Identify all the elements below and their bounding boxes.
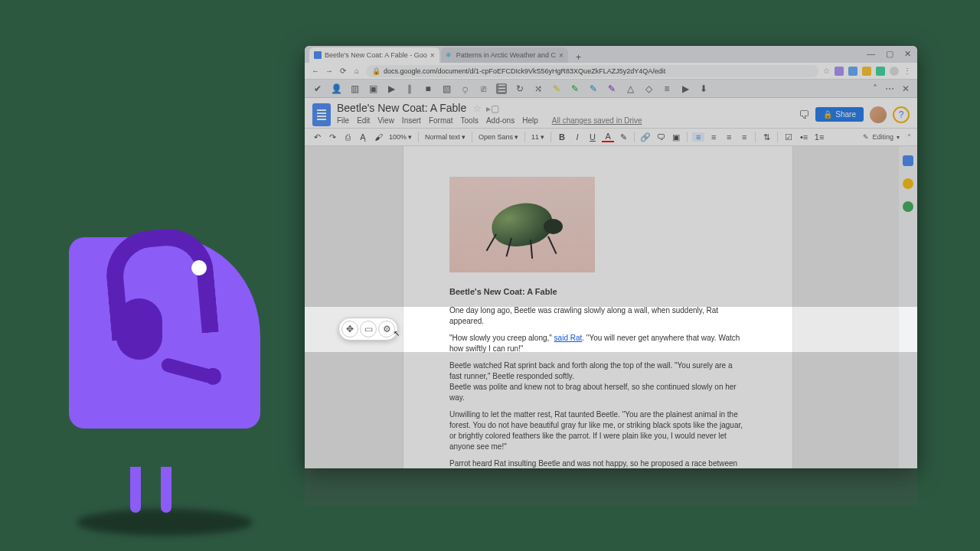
extension-profile-icon[interactable] xyxy=(890,67,899,76)
align-center-button[interactable]: ≡ xyxy=(707,132,720,142)
spellcheck-button[interactable]: Ą xyxy=(357,132,369,142)
screen-mask-button[interactable]: ▭ xyxy=(360,321,377,337)
paragraph[interactable]: "How slowly you creep along," said Rat. … xyxy=(449,333,746,354)
ext-shuffle-icon[interactable]: ⤭ xyxy=(533,83,544,94)
window-maximize[interactable]: ▢ xyxy=(886,49,893,59)
home-button[interactable]: ⌂ xyxy=(352,67,361,75)
chrome-menu-icon[interactable]: ⋮ xyxy=(903,67,911,75)
back-button[interactable]: ← xyxy=(311,67,320,75)
ext-screen-icon[interactable]: ⎚ xyxy=(478,83,488,94)
zoom-dropdown[interactable]: 100% ▾ xyxy=(387,133,413,141)
extension-icon[interactable] xyxy=(848,67,858,76)
ext-download-icon[interactable]: ⬇ xyxy=(698,83,709,94)
ext-highlighter-yellow-icon[interactable]: ✎ xyxy=(551,83,562,94)
menu-tools[interactable]: Tools xyxy=(461,116,479,125)
close-tab-icon[interactable]: × xyxy=(559,51,564,60)
align-left-button[interactable]: ≡ xyxy=(692,132,704,142)
comments-icon[interactable]: 🗨 xyxy=(799,109,809,121)
window-close[interactable]: ✕ xyxy=(904,49,911,59)
menu-file[interactable]: File xyxy=(337,116,349,125)
ext-clear-icon[interactable]: ◇ xyxy=(643,83,654,94)
extension-icon[interactable] xyxy=(876,67,885,76)
calendar-icon[interactable] xyxy=(903,155,913,166)
document-canvas[interactable]: Beetle's New Coat: A Fable One day long … xyxy=(305,146,917,468)
menu-view[interactable]: View xyxy=(377,116,394,125)
folder-icon[interactable]: ▸▢ xyxy=(486,103,499,114)
forward-button[interactable]: → xyxy=(325,67,334,75)
paragraph[interactable]: Beetle was polite and knew not to brag a… xyxy=(449,382,746,403)
ext-list-icon[interactable]: ≡ xyxy=(662,83,672,94)
settings-button[interactable]: ⚙ xyxy=(378,321,395,337)
ext-selected-icon[interactable]: ☰ xyxy=(496,83,507,94)
star-icon[interactable]: ☆ xyxy=(823,67,830,75)
editing-mode-dropdown[interactable]: ✎ Editing ▾ xyxy=(863,133,900,141)
browser-tab-active[interactable]: Beetle's New Coat: A Fable - Goo × xyxy=(309,47,439,63)
story-heading[interactable]: Beetle's New Coat: A Fable xyxy=(449,286,746,298)
user-avatar[interactable] xyxy=(870,106,887,123)
paragraph[interactable]: Beetle watched Rat sprint back and forth… xyxy=(449,360,746,382)
ext-pause-icon[interactable]: ∥ xyxy=(404,83,415,94)
ext-video-icon[interactable]: ▶ xyxy=(680,83,691,94)
print-button[interactable]: ⎙ xyxy=(341,132,354,142)
document-page[interactable]: Beetle's New Coat: A Fable One day long … xyxy=(403,146,793,468)
underline-button[interactable]: U xyxy=(586,132,599,142)
ext-close-icon[interactable]: ✕ xyxy=(902,83,910,94)
paragraph[interactable]: Parrot heard Rat insulting Beetle and wa… xyxy=(449,458,746,468)
text-color-button[interactable]: A xyxy=(602,132,614,142)
extension-icon[interactable] xyxy=(835,67,844,76)
menu-format[interactable]: Format xyxy=(429,116,453,125)
align-right-button[interactable]: ≡ xyxy=(723,132,735,142)
browser-tab-inactive[interactable]: ❄ Patterns in Arctic Weather and C × xyxy=(441,47,568,63)
extension-icon[interactable] xyxy=(862,67,871,76)
insert-image-button[interactable]: ▣ xyxy=(670,132,682,142)
tasks-icon[interactable] xyxy=(903,201,913,212)
document-title[interactable]: Beetle's New Coat: A Fable xyxy=(337,102,466,114)
ext-refresh-icon[interactable]: ↻ xyxy=(514,83,525,94)
ext-erase-icon[interactable]: △ xyxy=(625,83,635,94)
paragraph[interactable]: One day long ago, Beetle was crawling sl… xyxy=(449,305,746,327)
paragraph-style-dropdown[interactable]: Normal text ▾ xyxy=(423,133,467,141)
paint-format-button[interactable]: 🖌 xyxy=(372,132,384,142)
saved-status[interactable]: All changes saved in Drive xyxy=(552,116,642,125)
window-minimize[interactable]: — xyxy=(867,49,875,59)
ext-headphones-icon[interactable]: ⍜ xyxy=(459,83,470,94)
collapse-toolbar-icon[interactable]: ˄ xyxy=(907,133,911,142)
star-icon[interactable]: ☆ xyxy=(473,103,482,114)
ext-screenshot-icon[interactable]: ▧ xyxy=(441,83,452,94)
reload-button[interactable]: ⟳ xyxy=(338,67,348,75)
bulleted-list-button[interactable]: •≡ xyxy=(798,132,810,142)
italic-button[interactable]: I xyxy=(571,132,583,142)
said-rat-link[interactable]: said Rat xyxy=(554,334,583,342)
move-handle-button[interactable]: ✥ xyxy=(341,321,358,337)
menu-edit[interactable]: Edit xyxy=(357,116,370,125)
share-button[interactable]: 🔒 Share xyxy=(815,107,864,122)
keep-icon[interactable] xyxy=(903,178,913,189)
beetle-image[interactable] xyxy=(449,177,595,272)
ext-user-icon[interactable]: 👤 xyxy=(331,83,341,94)
menu-addons[interactable]: Add-ons xyxy=(486,116,514,125)
ext-book-icon[interactable]: ▥ xyxy=(349,83,360,94)
ext-highlighter-blue-icon[interactable]: ✎ xyxy=(588,83,599,94)
close-tab-icon[interactable]: × xyxy=(430,51,435,60)
ext-image-icon[interactable]: ▣ xyxy=(368,83,378,94)
line-spacing-button[interactable]: ⇅ xyxy=(760,132,773,142)
new-tab-button[interactable]: + xyxy=(570,52,587,63)
url-bar[interactable]: 🔒 docs.google.com/document/d/1-cpFoEFCDI… xyxy=(366,65,818,77)
numbered-list-button[interactable]: 1≡ xyxy=(813,132,825,142)
menu-help[interactable]: Help xyxy=(522,116,538,125)
undo-button[interactable]: ↶ xyxy=(311,132,323,142)
ext-collapse-icon[interactable]: ˄ xyxy=(873,83,877,94)
ext-highlighter-green-icon[interactable]: ✎ xyxy=(570,83,580,94)
redo-button[interactable]: ↷ xyxy=(326,132,338,142)
ext-play-icon[interactable]: ▶ xyxy=(386,83,397,94)
paragraph[interactable]: Unwilling to let the matter rest, Rat ta… xyxy=(449,409,746,452)
ext-more-icon[interactable]: ⋯ xyxy=(885,83,894,94)
font-size-dropdown[interactable]: 11 ▾ xyxy=(530,133,546,141)
bold-button[interactable]: B xyxy=(556,132,568,142)
font-dropdown[interactable]: Open Sans ▾ xyxy=(477,133,520,141)
help-icon[interactable]: ? xyxy=(893,106,910,123)
ext-stop-icon[interactable]: ■ xyxy=(423,83,433,94)
highlight-color-button[interactable]: ✎ xyxy=(617,132,629,142)
google-docs-logo-icon[interactable] xyxy=(312,103,331,126)
ext-highlighter-purple-icon[interactable]: ✎ xyxy=(606,83,617,94)
